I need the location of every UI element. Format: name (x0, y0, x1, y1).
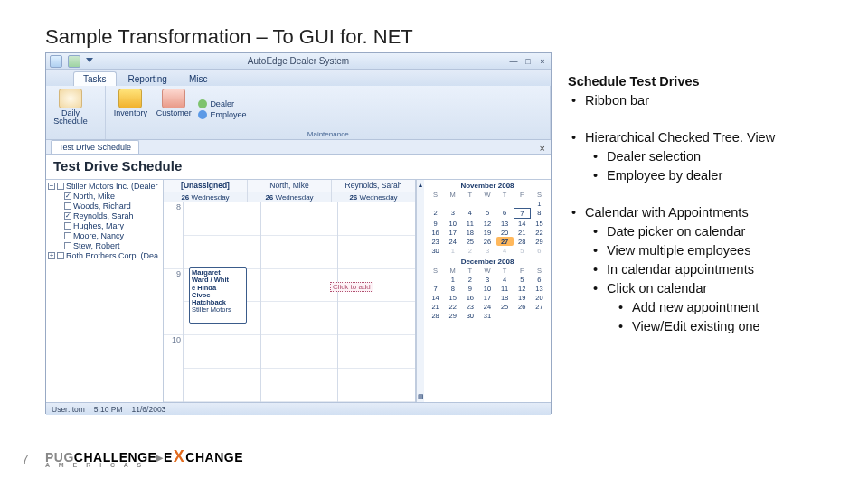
calendar-day[interactable]: 6 (496, 208, 514, 219)
calendar-day[interactable]: 28 (514, 237, 531, 246)
employee-button[interactable]: Employee (198, 110, 246, 119)
schedule-cell[interactable] (261, 269, 338, 303)
calendar-day[interactable] (478, 199, 495, 208)
calendar-day[interactable]: 20 (496, 228, 514, 237)
tree-item[interactable]: Woods, Richard (48, 202, 161, 211)
calendar-day[interactable]: 25 (461, 237, 478, 246)
calendar-day[interactable]: 29 (531, 237, 548, 246)
calendar-day[interactable]: 13 (496, 219, 514, 228)
calendar-day[interactable]: 16 (427, 228, 444, 237)
tree-item[interactable]: Moore, Nancy (48, 231, 161, 240)
calendar-day[interactable]: 5 (514, 246, 531, 255)
calendar-day[interactable]: 13 (531, 284, 548, 293)
calendar-day[interactable]: 23 (461, 302, 478, 311)
customer-button[interactable]: Customer (155, 89, 193, 129)
calendar-day[interactable] (427, 320, 444, 321)
calendar-day[interactable]: 2 (461, 275, 478, 284)
tree-root-stiller[interactable]: − Stiller Motors Inc. (Dealer (48, 182, 161, 191)
calendar-day[interactable]: 12 (514, 284, 531, 293)
calendar-day[interactable] (514, 199, 531, 208)
schedule-cell[interactable] (184, 202, 260, 236)
calendar-day[interactable]: 23 (427, 237, 444, 246)
calendar-day[interactable] (444, 199, 461, 208)
calendar-day[interactable]: 3 (478, 275, 495, 284)
calendar-day[interactable] (514, 311, 531, 320)
calendar-day[interactable] (461, 199, 478, 208)
calendar-day[interactable]: 30 (427, 246, 444, 255)
chevron-down-icon[interactable] (86, 58, 93, 65)
calendar-day[interactable]: 4 (496, 275, 514, 284)
dealer-button[interactable]: Dealer (198, 99, 246, 108)
collapse-icon[interactable]: − (48, 183, 55, 190)
calendar-day[interactable]: 21 (514, 228, 531, 237)
calendar-day[interactable]: 22 (531, 228, 548, 237)
daily-schedule-button[interactable]: Daily Schedule (52, 89, 90, 129)
calendar-day[interactable]: 27 (531, 302, 548, 311)
calendar-day[interactable]: 21 (427, 302, 444, 311)
calendar-day[interactable]: 17 (444, 228, 461, 237)
calendar-day[interactable]: 17 (478, 293, 495, 302)
calendar-day[interactable]: 10 (444, 219, 461, 228)
tree-item[interactable]: Hughes, Mary (48, 221, 161, 230)
tree-item[interactable]: ✓Reynolds, Sarah (48, 211, 161, 221)
subtab-close-icon[interactable]: × (540, 143, 551, 154)
arrow-up-icon[interactable]: ▲ (418, 182, 424, 188)
dealer-tree[interactable]: − Stiller Motors Inc. (Dealer ✓North, Mi… (46, 180, 164, 402)
calendar-day[interactable] (496, 311, 514, 320)
calendar-day[interactable]: 10 (478, 284, 495, 293)
calendar-day[interactable]: 24 (444, 237, 461, 246)
calendar-day[interactable]: 28 (427, 311, 444, 320)
schedule-column[interactable] (337, 202, 415, 402)
calendar-day[interactable]: 25 (496, 302, 514, 311)
calendar-day[interactable] (496, 199, 514, 208)
schedule-cell[interactable] (338, 202, 415, 236)
calendar-day[interactable] (427, 275, 444, 284)
splitter-icon[interactable]: ▤ (418, 393, 424, 400)
schedule-column-header[interactable]: [Unassigned] (164, 180, 247, 192)
checkbox[interactable] (64, 222, 71, 230)
calendar-day[interactable]: 5 (514, 275, 531, 284)
calendar-day[interactable]: 22 (444, 302, 461, 311)
ribbon-tab-misc[interactable]: Misc (179, 71, 218, 86)
calendar-day[interactable]: 1 (444, 246, 461, 255)
schedule-cell[interactable] (338, 369, 415, 402)
checkbox[interactable] (64, 232, 71, 239)
calendar-day[interactable]: 7 (427, 284, 444, 293)
calendar-day[interactable]: 9 (461, 284, 478, 293)
schedule-column-header[interactable]: Reynolds, Sarah (331, 180, 415, 192)
calendar-day[interactable]: 9 (427, 219, 444, 228)
calendar-day[interactable]: 30 (461, 311, 478, 320)
schedule-cell[interactable] (261, 335, 338, 369)
calendar-day[interactable]: 19 (478, 228, 495, 237)
calendar-day[interactable]: 3 (478, 246, 495, 255)
checkbox[interactable] (64, 242, 71, 249)
calendar-day[interactable]: 6 (531, 246, 548, 255)
schedule-cell[interactable] (261, 236, 338, 269)
schedule-cell[interactable] (338, 335, 415, 369)
calendar-day[interactable]: 31 (478, 311, 495, 320)
maximize-button[interactable]: □ (524, 57, 533, 66)
checkbox[interactable] (57, 252, 64, 259)
calendar-day[interactable]: 4 (496, 246, 514, 255)
schedule-body[interactable]: 8910 Margaret Ward / Whit e Hinda Civoc … (164, 202, 415, 402)
tree-root-roth[interactable]: + Roth Brothers Corp. (Dea (48, 251, 161, 260)
schedule-cell[interactable] (338, 236, 415, 269)
schedule-cell[interactable] (261, 369, 338, 402)
calendar-day[interactable]: 20 (531, 293, 548, 302)
schedule-cell[interactable] (261, 202, 338, 236)
calendar-day[interactable]: 8 (444, 284, 461, 293)
schedule-column-header[interactable]: North, Mike (247, 180, 331, 192)
calendar-day[interactable]: 26 (514, 302, 531, 311)
ribbon-tab-tasks[interactable]: Tasks (73, 71, 117, 86)
schedule-scrollbar[interactable]: ▲ ▤ (416, 180, 424, 402)
subtab-testdrive[interactable]: Test Drive Schedule (51, 140, 139, 154)
inventory-button[interactable]: Inventory (111, 89, 149, 129)
checkbox[interactable]: ✓ (64, 192, 71, 200)
schedule-cell[interactable] (184, 236, 260, 269)
calendar-day[interactable]: 15 (531, 219, 548, 228)
calendar-day[interactable]: 19 (514, 293, 531, 302)
calendar-day[interactable]: 29 (444, 311, 461, 320)
calendar-day[interactable]: 3 (444, 208, 461, 219)
qat-icon[interactable] (68, 55, 80, 68)
checkbox[interactable] (64, 202, 71, 210)
